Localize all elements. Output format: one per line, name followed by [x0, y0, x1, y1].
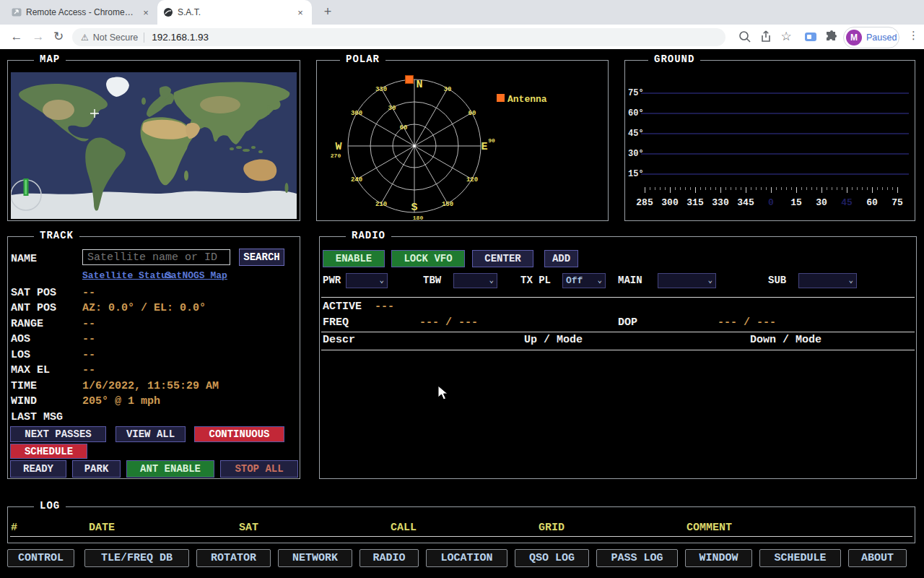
polar-cardinal-east: E — [481, 141, 487, 153]
address-bar[interactable]: ⚠ Not Secure 192.168.1.93 — [72, 28, 725, 46]
chevron-down-icon: ⌄ — [707, 274, 712, 288]
log-col-date: DATE — [89, 522, 115, 534]
tab-close-icon[interactable]: × — [295, 7, 306, 18]
pass-log-window-button[interactable]: PASS LOG — [596, 549, 678, 567]
ant-enable-button[interactable]: ANT ENABLE — [126, 460, 214, 478]
tbw-select[interactable]: ⌄ — [453, 273, 497, 288]
log-col-number: # — [11, 522, 17, 534]
extension-card-icon[interactable] — [803, 30, 818, 44]
schedule-window-button[interactable]: SCHEDULE — [759, 549, 841, 567]
polar-az-label: 150 — [442, 201, 453, 208]
polar-az-label: 330 — [375, 86, 387, 93]
name-label: NAME — [11, 253, 37, 265]
browser-toolbar: ← → ↻ ⚠ Not Secure 192.168.1.93 ☆ M Paus… — [0, 25, 924, 50]
polar-az-label: 270 — [331, 152, 341, 159]
freq-value: --- / --- — [419, 316, 478, 329]
up-mode-header: Up / Mode — [524, 334, 583, 346]
radio-panel-title: RADIO — [346, 230, 391, 241]
ant-pos-label: ANT POS — [11, 302, 56, 314]
log-panel: LOG # DATE SAT CALL GRID COMMENT — [7, 506, 915, 543]
share-icon[interactable] — [759, 30, 773, 44]
log-col-sat: SAT — [239, 522, 258, 534]
ground-x-label: 330 — [710, 197, 731, 208]
radio-enable-button[interactable]: ENABLE — [323, 250, 385, 267]
ground-x-axis-major-ticks — [645, 187, 899, 193]
satellite-status-link[interactable]: Satellite Status — [82, 270, 173, 281]
tab-sat[interactable]: S.A.T. × — [157, 0, 312, 25]
tle-freq-db-button[interactable]: TLE/FREQ DB — [84, 549, 189, 567]
ground-gridline — [641, 153, 909, 155]
bookmark-star-icon[interactable]: ☆ — [779, 30, 793, 44]
ground-gridline — [641, 92, 909, 94]
network-window-button[interactable]: NETWORK — [278, 549, 352, 567]
lock-vfo-button[interactable]: LOCK VFO — [391, 250, 465, 267]
ground-y-label: 15° — [628, 169, 644, 179]
polar-az-label: 300 — [351, 110, 362, 117]
aos-label: AOS — [11, 333, 30, 345]
chevron-down-icon: ⌄ — [848, 274, 853, 288]
polar-az-label: 60 — [468, 110, 476, 117]
ground-x-label: 75 — [886, 197, 908, 208]
log-col-comment: COMMENT — [687, 522, 732, 534]
antenna-legend-swatch — [497, 94, 505, 102]
sat-pos-value: -- — [82, 287, 95, 299]
tab-remote-access[interactable]: Remote Access - Chrome Rem × — [7, 0, 156, 25]
security-label[interactable]: Not Secure — [93, 33, 139, 43]
about-window-button[interactable]: ABOUT — [848, 549, 907, 567]
ground-panel-title: GROUND — [648, 53, 700, 65]
back-icon[interactable]: ← — [7, 27, 26, 46]
zoom-icon[interactable] — [738, 30, 752, 44]
polar-az-label: 180 — [413, 215, 424, 220]
satnogs-map-link[interactable]: SatNOGS Map — [165, 270, 227, 281]
map-panel-title: MAP — [34, 53, 66, 65]
ready-button[interactable]: READY — [10, 460, 66, 478]
location-window-button[interactable]: LOCATION — [426, 549, 507, 567]
tab-close-icon[interactable]: × — [140, 7, 152, 18]
satellite-search-input[interactable] — [82, 249, 230, 265]
max-el-value: -- — [82, 364, 95, 376]
pwr-select[interactable]: ⌄ — [346, 273, 388, 288]
ground-x-label: 60 — [861, 197, 883, 208]
new-tab-button[interactable]: + — [319, 4, 336, 21]
add-button[interactable]: ADD — [544, 250, 578, 267]
forward-icon: → — [29, 27, 48, 46]
ground-x-label: 15 — [785, 197, 807, 208]
polar-az-label: 240 — [351, 176, 362, 184]
log-panel-title: LOG — [34, 500, 66, 512]
stop-all-button[interactable]: STOP ALL — [220, 460, 298, 478]
sub-select[interactable]: ⌄ — [798, 273, 857, 288]
qso-log-window-button[interactable]: QSO LOG — [515, 549, 589, 567]
world-map — [11, 72, 297, 219]
chevron-down-icon: ⌄ — [597, 274, 602, 288]
reload-icon[interactable]: ↻ — [49, 27, 68, 46]
tx-pl-value: Off — [566, 275, 583, 286]
schedule-button[interactable]: SCHEDULE — [10, 444, 87, 459]
extensions-puzzle-icon[interactable] — [824, 30, 839, 44]
center-button[interactable]: CENTER — [472, 250, 533, 267]
not-secure-warning-icon: ⚠ — [81, 33, 89, 43]
main-label: MAIN — [618, 275, 642, 286]
rotator-window-button[interactable]: ROTATOR — [196, 549, 271, 567]
search-button[interactable]: SEARCH — [239, 249, 284, 266]
control-window-button[interactable]: CONTROL — [7, 549, 74, 567]
omnibox-divider — [144, 33, 144, 43]
tx-pl-select[interactable]: Off⌄ — [562, 273, 606, 288]
avatar: M — [846, 30, 862, 46]
sync-status: Paused — [866, 33, 897, 43]
freq-label: FREQ — [323, 316, 349, 329]
url-text[interactable]: 192.168.1.93 — [152, 32, 209, 43]
window-button[interactable]: WINDOW — [685, 549, 752, 567]
radio-window-button[interactable]: RADIO — [359, 549, 419, 567]
continuous-button[interactable]: CONTINUOUS — [194, 426, 284, 442]
view-all-button[interactable]: VIEW ALL — [116, 426, 186, 442]
radio-divider — [321, 350, 915, 350]
polar-plot: N E S W 30 60 90 120 150 180 210 240 270… — [317, 61, 608, 220]
next-passes-button[interactable]: NEXT PASSES — [10, 426, 106, 442]
ground-x-label: 300 — [659, 197, 681, 208]
browser-menu-icon[interactable]: ⋮ — [908, 29, 919, 42]
main-select[interactable]: ⌄ — [658, 273, 716, 288]
profile-button[interactable]: M Paused — [843, 27, 899, 48]
polar-el-label: 60 — [400, 124, 408, 131]
park-button[interactable]: PARK — [72, 460, 121, 478]
active-value: --- — [375, 301, 394, 313]
